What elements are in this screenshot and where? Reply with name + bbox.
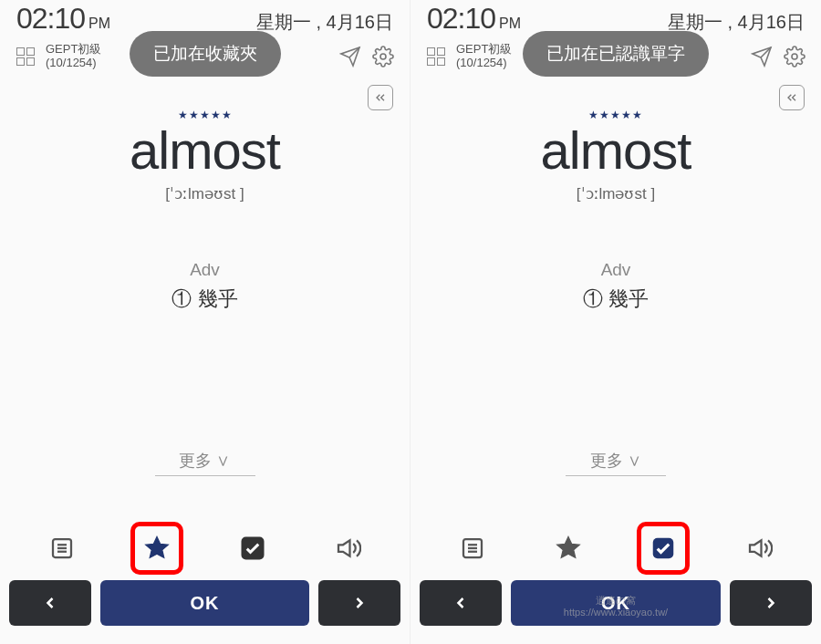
toast-favorite: 已加在收藏夾 [130, 31, 281, 77]
deck-info[interactable]: GEPT初級 (10/1254) [456, 43, 512, 70]
speaker-icon[interactable] [738, 527, 780, 569]
clock-meridiem: PM [88, 16, 110, 32]
date-label: 星期一 , 4月16日 [256, 10, 393, 35]
toast-known: 已加在已認識單字 [523, 31, 709, 77]
star-icon[interactable] [136, 527, 178, 569]
divider [566, 475, 666, 476]
word-card: ★★★★★ almost [ˈɔːlməʊst ] Adv ① 幾乎 更多 ∨ [410, 78, 821, 476]
part-of-speech: Adv [18, 260, 391, 280]
check-icon[interactable] [642, 527, 684, 569]
nav-row: OK [0, 576, 410, 637]
gear-icon[interactable] [371, 45, 395, 68]
deck-info[interactable]: GEPT初級 (10/1254) [46, 43, 101, 70]
prev-button[interactable] [9, 580, 91, 626]
star-icon[interactable] [547, 527, 589, 569]
deck-name: GEPT初級 [46, 43, 101, 57]
screen-right: 02:10 PM 星期一 , 4月16日 GEPT初級 (10/1254) 已加… [410, 0, 821, 644]
list-icon[interactable] [41, 527, 83, 569]
more-toggle[interactable]: 更多 ∨ [18, 450, 391, 472]
ok-button[interactable]: OK [100, 580, 309, 626]
part-of-speech: Adv [429, 260, 803, 280]
word-text: almost [429, 119, 803, 181]
collapse-button[interactable] [368, 85, 393, 110]
icon-row [0, 513, 410, 576]
divider [155, 475, 255, 476]
clock-time: 02:10 [16, 2, 85, 36]
clock-time: 02:10 [427, 2, 495, 36]
definition-text: ① 幾乎 [18, 286, 391, 313]
ipa-text: [ˈɔːlməʊst ] [429, 184, 803, 203]
more-toggle[interactable]: 更多 ∨ [429, 450, 803, 472]
ipa-text: [ˈɔːlməʊst ] [18, 184, 391, 203]
word-card: ★★★★★ almost [ˈɔːlməʊst ] Adv ① 幾乎 更多 ∨ [0, 78, 410, 476]
grid-icon[interactable] [15, 46, 36, 68]
ok-button[interactable]: OK [511, 580, 721, 626]
word-text: almost [18, 119, 391, 181]
speaker-icon[interactable] [327, 527, 369, 569]
nav-row: OK [410, 576, 821, 637]
send-icon[interactable] [338, 45, 362, 68]
clock: 02:10 PM [427, 2, 521, 36]
prev-button[interactable] [420, 580, 502, 626]
clock: 02:10 PM [16, 2, 110, 36]
svg-point-0 [380, 54, 386, 59]
screen-left: 02:10 PM 星期一 , 4月16日 GEPT初級 (10/1254) 已加… [0, 0, 410, 644]
gear-icon[interactable] [783, 45, 806, 68]
check-icon[interactable] [232, 527, 274, 569]
deck-name: GEPT初級 [456, 43, 512, 57]
send-icon[interactable] [750, 45, 774, 68]
deck-progress: (10/1254) [456, 57, 512, 70]
svg-point-6 [792, 54, 797, 59]
icon-row [410, 513, 821, 576]
next-button[interactable] [730, 580, 812, 626]
grid-icon[interactable] [425, 46, 447, 68]
deck-progress: (10/1254) [46, 57, 101, 70]
definition-text: ① 幾乎 [429, 286, 803, 313]
list-icon[interactable] [452, 527, 494, 569]
next-button[interactable] [318, 580, 400, 626]
collapse-button[interactable] [779, 85, 805, 110]
clock-meridiem: PM [499, 16, 521, 32]
